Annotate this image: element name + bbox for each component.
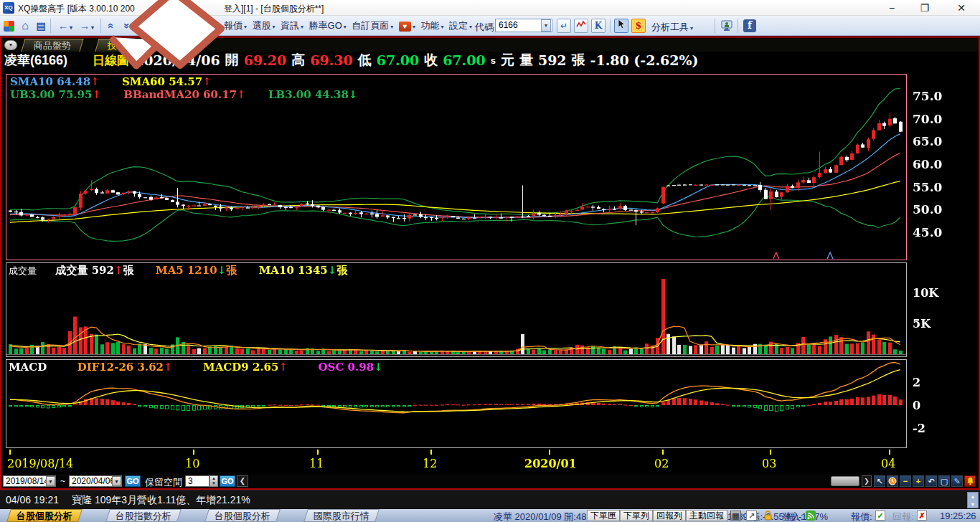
favorites-heart-icon[interactable]: ♥▾ bbox=[399, 20, 415, 32]
volume-value: 592 bbox=[538, 52, 567, 68]
active-report-button[interactable]: 主動回報 bbox=[686, 510, 727, 521]
x-axis-label: 2019/08/14 bbox=[7, 457, 73, 470]
cursor-tool-icon[interactable] bbox=[614, 19, 628, 33]
menu-functions[interactable]: 功能▾ bbox=[420, 19, 443, 32]
toolbar-separator bbox=[50, 19, 51, 33]
bbandma20-value: BBandMA20 60.17 bbox=[123, 88, 237, 101]
double-chevron-down-icon[interactable]: « bbox=[119, 19, 132, 32]
x-axis-label: 12 bbox=[423, 457, 437, 470]
trend-chart-icon[interactable] bbox=[574, 19, 588, 33]
bottom-tab-intl-markets[interactable]: 國際股市行情 bbox=[303, 509, 380, 522]
facebook-icon[interactable]: f bbox=[743, 19, 756, 32]
macd-tick: 0 bbox=[913, 399, 920, 412]
bottom-tab-index-analysis[interactable]: 台股指數分析 bbox=[105, 509, 182, 522]
report-row-button[interactable]: 回報列 bbox=[653, 510, 686, 521]
x-tick-mark bbox=[430, 450, 432, 455]
menu-stock-pick[interactable]: 選股▾ bbox=[253, 19, 275, 32]
login-label: 登入: bbox=[782, 511, 804, 522]
close-value: 67.00 bbox=[443, 52, 486, 68]
price-tick: 75.0 bbox=[913, 89, 942, 103]
toolbar-separator bbox=[738, 19, 738, 33]
status-bar: 04/06 19:21 寶隆 109年3月營收1.11億、年增21.21% ▲▼ bbox=[0, 490, 980, 509]
back-icon[interactable]: ←▾ bbox=[56, 19, 75, 32]
volume-panel-title: 成交量 bbox=[9, 265, 37, 276]
menu-quote[interactable]: 報價▾ bbox=[224, 19, 247, 32]
status-time: 04/06 19:21 bbox=[6, 494, 59, 506]
x-axis-label: 10 bbox=[185, 457, 199, 470]
toolbar-separator bbox=[715, 19, 715, 33]
restore-button[interactable]: ❐ bbox=[914, 1, 936, 14]
layout-grid-icon[interactable] bbox=[4, 21, 14, 32]
double-chevron-up-icon[interactable]: « bbox=[105, 19, 118, 32]
ub-value: UB3.00 75.95 bbox=[10, 88, 93, 101]
main-indicator-row-1: SMA10 64.48↑ SMA60 54.57↑ bbox=[10, 75, 212, 88]
login-signal-icon[interactable] bbox=[805, 511, 816, 521]
order-box-button[interactable]: 下單匣 bbox=[587, 510, 620, 521]
high-value: 69.30 bbox=[310, 52, 353, 68]
dif-value: DIF12-26 3.62 bbox=[77, 361, 164, 374]
menu-bar: 報價▾ 選股▾ 資訊▾ 勝率GO▾ 自訂頁面▾ ♥▾ 功能▾ 設定▾ bbox=[222, 16, 473, 36]
volume-today: 成交量 592 bbox=[55, 264, 114, 277]
title-bar: XQ XQ操盤高手 [版本 3.00.10 200 登入][1] - [台股個股… bbox=[0, 0, 980, 16]
main-toolbar: ⌂ ▤ ←▾ →▾ « « 報價▾ 選股▾ 資訊▾ 勝率GO▾ 自訂頁面▾ ♥▾… bbox=[0, 16, 980, 36]
price-tick: 70.0 bbox=[913, 112, 942, 126]
x-tick-mark bbox=[549, 450, 550, 455]
menu-settings[interactable]: 設定▾ bbox=[449, 19, 472, 32]
news-ticker[interactable]: 寶隆 109年3月營收1.11億、年增21.21% bbox=[72, 494, 250, 507]
code-dropdown-icon[interactable]: ▼ bbox=[541, 19, 551, 32]
pane-menu-button[interactable]: ▼ bbox=[4, 40, 17, 50]
macd-tick: 2 bbox=[913, 376, 920, 389]
calculator-icon[interactable]: ▦ bbox=[730, 511, 741, 521]
toolbar-separator bbox=[100, 19, 101, 33]
price-tick: 55.0 bbox=[913, 180, 942, 194]
s-flag: s bbox=[491, 55, 496, 66]
x-axis-label: 02 bbox=[654, 457, 669, 470]
unit-label: 元 bbox=[501, 51, 514, 70]
order-row-button[interactable]: 下單列 bbox=[620, 510, 653, 521]
analysis-tools-menu[interactable]: 分析工具▾ bbox=[651, 21, 693, 34]
price-tick: 45.0 bbox=[913, 225, 942, 239]
chart-type-label: 日線圖 bbox=[93, 52, 129, 69]
technical-chart-canvas[interactable] bbox=[0, 69, 980, 488]
volume-indicator-row: 成交量 成交量 592↑張 MA5 1210↓張 MA10 1345↓張 bbox=[9, 264, 347, 277]
status-scroll-arrows-icon[interactable]: ▲▼ bbox=[967, 492, 979, 508]
menu-info[interactable]: 資訊▾ bbox=[281, 19, 303, 32]
xq-trading-app: XQ XQ操盤高手 [版本 3.00.10 200 登入][1] - [台股個股… bbox=[0, 0, 980, 522]
window-title-right: 登入][1] - [台股個股分析**] bbox=[224, 3, 324, 15]
macd-tick: -2 bbox=[913, 422, 925, 435]
lb-value: LB3.00 44.38 bbox=[268, 88, 349, 101]
toolbar-separator bbox=[610, 19, 611, 33]
close-button[interactable]: ✕ bbox=[951, 1, 972, 14]
tab-technical-analysis[interactable]: 技術分析 bbox=[95, 39, 157, 52]
change-value: -1.80 (-2.62%) bbox=[590, 52, 699, 68]
bottom-tab-stock-analysis-2[interactable]: 台股個股分析 bbox=[204, 509, 281, 522]
tab-market-overview[interactable]: 商品盤勢 bbox=[21, 39, 83, 52]
kline-icon[interactable]: K bbox=[591, 19, 606, 33]
x-tick-mark bbox=[889, 450, 890, 455]
app-icon: XQ bbox=[3, 2, 14, 14]
x-tick-mark bbox=[662, 450, 664, 455]
x-axis-label: 04 bbox=[881, 457, 895, 470]
volume-ma10: MA10 1345 bbox=[259, 264, 328, 277]
forward-icon[interactable]: →▾ bbox=[77, 19, 96, 32]
bottom-tab-stock-analysis[interactable]: 台股個股分析 bbox=[6, 509, 83, 522]
document-icon[interactable]: ▤ bbox=[34, 19, 47, 32]
x-tick-mark bbox=[9, 450, 11, 455]
window-title-left: XQ操盤高手 [版本 3.00.10 200 bbox=[18, 3, 135, 15]
macd9-value: MACD9 2.65 bbox=[203, 361, 278, 374]
home-icon[interactable]: ⌂ bbox=[19, 19, 32, 32]
dollar-tool-icon[interactable]: $ bbox=[631, 19, 646, 33]
chart-tab-row: ▼ 商品盤勢 技術分析 bbox=[1, 38, 979, 52]
external-link-icon[interactable]: ↗ bbox=[746, 511, 757, 521]
clock-time: 19:25:26 bbox=[940, 511, 976, 521]
quote-status-label: 報價: bbox=[851, 511, 872, 522]
enter-icon[interactable]: ↵ bbox=[557, 19, 571, 33]
x-tick-mark bbox=[317, 450, 319, 455]
monitor-user-icon[interactable] bbox=[720, 19, 733, 34]
x-axis-label: 03 bbox=[762, 457, 776, 470]
lock-icon[interactable] bbox=[763, 511, 773, 521]
minimize-button[interactable]: − bbox=[881, 1, 903, 14]
menu-winrate-go[interactable]: 勝率GO▾ bbox=[309, 19, 347, 32]
menu-custom-page[interactable]: 自訂頁面▾ bbox=[352, 19, 393, 32]
x-tick-mark bbox=[193, 450, 194, 455]
